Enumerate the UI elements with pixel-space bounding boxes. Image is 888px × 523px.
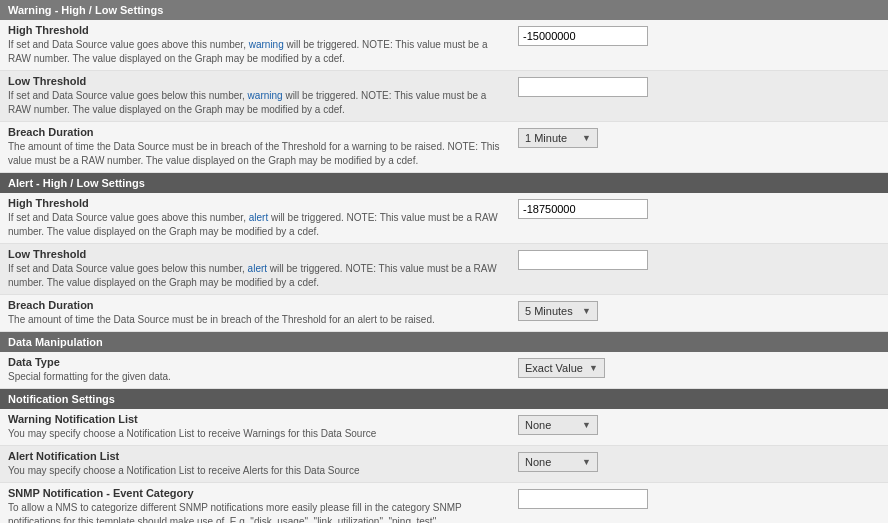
snmp-event-category-row: SNMP Notification - Event Category To al… [0, 483, 888, 523]
chevron-down-icon: ▼ [582, 306, 591, 316]
data-type-select[interactable]: Exact Value ▼ [518, 358, 605, 378]
warning-high-threshold-input[interactable] [518, 26, 648, 46]
warning-section: Warning - High / Low Settings High Thres… [0, 0, 888, 173]
warning-notification-list-select[interactable]: None ▼ [518, 415, 598, 435]
warning-low-threshold-input[interactable] [518, 77, 648, 97]
alert-low-threshold-desc: If set and Data Source value goes below … [8, 262, 508, 290]
warning-low-threshold-row: Low Threshold If set and Data Source val… [0, 71, 888, 122]
notification-section-header: Notification Settings [0, 389, 888, 409]
alert-section-header: Alert - High / Low Settings [0, 173, 888, 193]
warning-high-threshold-label: High Threshold [8, 24, 508, 36]
warning-notification-list-label: Warning Notification List [8, 413, 508, 425]
alert-section: Alert - High / Low Settings High Thresho… [0, 173, 888, 332]
alert-breach-duration-label: Breach Duration [8, 299, 508, 311]
warning-section-header: Warning - High / Low Settings [0, 0, 888, 20]
chevron-down-icon: ▼ [582, 457, 591, 467]
alert-breach-duration-desc: The amount of time the Data Source must … [8, 313, 508, 327]
alert-breach-duration-row: Breach Duration The amount of time the D… [0, 295, 888, 332]
warning-breach-duration-desc: The amount of time the Data Source must … [8, 140, 508, 168]
chevron-down-icon: ▼ [582, 420, 591, 430]
data-manipulation-header: Data Manipulation [0, 332, 888, 352]
warning-breach-duration-row: Breach Duration The amount of time the D… [0, 122, 888, 173]
warning-low-threshold-desc: If set and Data Source value goes below … [8, 89, 508, 117]
alert-low-threshold-input[interactable] [518, 250, 648, 270]
data-manipulation-section: Data Manipulation Data Type Special form… [0, 332, 888, 389]
data-type-label: Data Type [8, 356, 508, 368]
chevron-down-icon: ▼ [582, 133, 591, 143]
data-type-row: Data Type Special formatting for the giv… [0, 352, 888, 389]
alert-low-threshold-label: Low Threshold [8, 248, 508, 260]
snmp-event-category-label: SNMP Notification - Event Category [8, 487, 508, 499]
warning-breach-duration-select[interactable]: 1 Minute ▼ [518, 128, 598, 148]
chevron-down-icon: ▼ [589, 363, 598, 373]
alert-high-threshold-desc: If set and Data Source value goes above … [8, 211, 508, 239]
alert-high-threshold-row: High Threshold If set and Data Source va… [0, 193, 888, 244]
alert-high-threshold-label: High Threshold [8, 197, 508, 209]
main-container: Warning - High / Low Settings High Thres… [0, 0, 888, 523]
alert-notification-list-row: Alert Notification List You may specify … [0, 446, 888, 483]
warning-breach-duration-label: Breach Duration [8, 126, 508, 138]
alert-breach-duration-select[interactable]: 5 Minutes ▼ [518, 301, 598, 321]
warning-notification-list-row: Warning Notification List You may specif… [0, 409, 888, 446]
warning-high-threshold-row: High Threshold If set and Data Source va… [0, 20, 888, 71]
warning-low-threshold-label: Low Threshold [8, 75, 508, 87]
alert-high-threshold-input[interactable] [518, 199, 648, 219]
snmp-event-category-desc: To allow a NMS to categorize different S… [8, 501, 508, 523]
alert-low-threshold-row: Low Threshold If set and Data Source val… [0, 244, 888, 295]
alert-notification-list-label: Alert Notification List [8, 450, 508, 462]
notification-section: Notification Settings Warning Notificati… [0, 389, 888, 523]
data-type-desc: Special formatting for the given data. [8, 370, 508, 384]
alert-notification-list-desc: You may specify choose a Notification Li… [8, 464, 508, 478]
warning-notification-list-desc: You may specify choose a Notification Li… [8, 427, 508, 441]
warning-high-threshold-desc: If set and Data Source value goes above … [8, 38, 508, 66]
snmp-event-category-input[interactable] [518, 489, 648, 509]
alert-notification-list-select[interactable]: None ▼ [518, 452, 598, 472]
